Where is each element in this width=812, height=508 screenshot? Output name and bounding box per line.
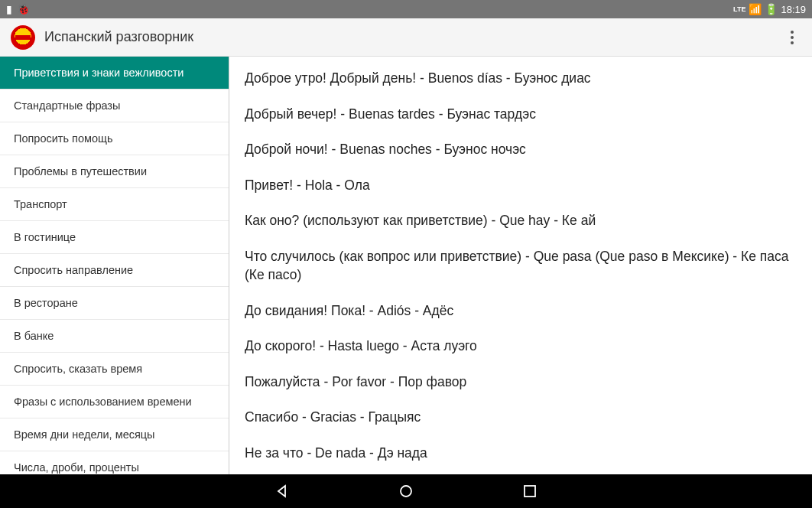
sidebar-item[interactable]: Приветствия и знаки вежливости (0, 57, 229, 90)
phrase-entry: Привет! - Hola - Ола (245, 176, 797, 195)
app-title: Испанский разговорник (44, 29, 193, 45)
sidebar-item-label: Транспорт (14, 198, 67, 210)
sidebar-item-label: В гостинице (14, 231, 76, 243)
phrase-entry: Не за что - De nada - Дэ нада (245, 444, 797, 463)
phrase-list[interactable]: Доброе утро! Добрый день! - Buenos días … (229, 57, 812, 474)
sidebar-item[interactable]: Спросить направление (0, 254, 229, 287)
phrase-entry: До скорого! - Hasta luego - Аста луэго (245, 337, 797, 356)
system-nav-bar (0, 474, 812, 508)
overflow-menu-button[interactable] (783, 28, 801, 47)
sidebar-item[interactable]: Транспорт (0, 188, 229, 221)
main-content: Приветствия и знаки вежливостиСтандартны… (0, 57, 812, 474)
sidebar-item-label: Спросить, сказать время (14, 363, 142, 375)
app-flag-icon (11, 25, 35, 50)
sidebar-item-label: Числа, дроби, проценты (14, 461, 139, 474)
sidebar-item-label: Фразы с использованием времени (14, 396, 192, 408)
sidebar-item-label: Проблемы в путешествии (14, 165, 147, 177)
sidebar-item[interactable]: В банке (0, 320, 229, 353)
sidebar-item[interactable]: Проблемы в путешествии (0, 155, 229, 188)
phrase-entry: Доброй ночи! - Buenas noches - Буэнос но… (245, 140, 797, 159)
phrase-entry: Спасибо - Gracias - Грацыяс (245, 408, 797, 427)
sidebar-item-label: Спросить направление (14, 264, 133, 276)
sidebar-item-label: Попросить помощь (14, 132, 112, 145)
sidebar-item-label: В ресторане (14, 297, 78, 309)
sidebar-item-label: В банке (14, 330, 54, 342)
app-bar: Испанский разговорник (0, 18, 812, 57)
status-bar: ▮ 🐞 LTE 📶 🔋 18:19 (0, 0, 812, 18)
sidebar-item-label: Время дни недели, месяцы (14, 428, 155, 441)
phrase-entry: Что случилось (как вопрос или приветстви… (245, 247, 797, 285)
notification-icon: 🐞 (17, 3, 30, 15)
notification-icon: ▮ (6, 3, 12, 15)
svg-rect-1 (525, 486, 535, 497)
phrase-entry: Пожалуйста - Por favor - Пор фавор (245, 373, 797, 392)
phrase-entry: До свидания! Пока! - Adiós - Адёс (245, 301, 797, 321)
sidebar-item[interactable]: Попросить помощь (0, 122, 229, 155)
sidebar-item[interactable]: Спросить, сказать время (0, 353, 229, 386)
phrase-entry: Как оно? (используют как приветствие) - … (245, 211, 797, 230)
status-time: 18:19 (781, 4, 806, 15)
lte-icon: LTE (733, 5, 745, 13)
sidebar-item-label: Приветствия и знаки вежливости (14, 67, 184, 79)
recent-apps-button[interactable] (521, 483, 538, 500)
sidebar-item-label: Стандартные фразы (14, 99, 120, 112)
sidebar-item[interactable]: Числа, дроби, проценты (0, 451, 229, 474)
signal-icon: 📶 (749, 3, 762, 15)
sidebar-item[interactable]: В ресторане (0, 287, 229, 320)
phrase-entry: Добрый вечер! - Buenas tardes - Буэнас т… (245, 105, 797, 124)
back-button[interactable] (274, 483, 291, 500)
sidebar-item[interactable]: В гостинице (0, 221, 229, 254)
battery-icon: 🔋 (765, 3, 778, 15)
sidebar-item[interactable]: Фразы с использованием времени (0, 386, 229, 418)
category-sidebar[interactable]: Приветствия и знаки вежливостиСтандартны… (0, 57, 229, 474)
home-button[interactable] (398, 483, 414, 500)
sidebar-item[interactable]: Время дни недели, месяцы (0, 418, 229, 451)
svg-point-0 (401, 486, 411, 497)
sidebar-item[interactable]: Стандартные фразы (0, 90, 229, 122)
phrase-entry: Доброе утро! Добрый день! - Buenos días … (245, 69, 797, 88)
